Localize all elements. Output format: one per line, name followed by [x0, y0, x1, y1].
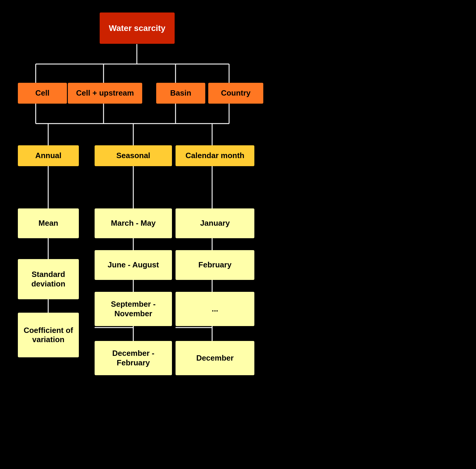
water-scarcity-node: Water scarcity — [100, 13, 175, 44]
std-dev-node[interactable]: Standard deviation — [18, 259, 79, 299]
country-node[interactable]: Country — [208, 83, 263, 104]
dec-feb-node[interactable]: December - February — [95, 341, 172, 375]
january-node[interactable]: January — [176, 208, 254, 238]
basin-node[interactable]: Basin — [156, 83, 205, 104]
cell-upstream-node[interactable]: Cell + upstream — [68, 83, 142, 104]
march-may-node[interactable]: March - May — [95, 208, 172, 238]
seasonal-node[interactable]: Seasonal — [95, 145, 172, 166]
mean-node[interactable]: Mean — [18, 208, 79, 238]
coeff-var-node[interactable]: Coefficient of variation — [18, 313, 79, 357]
cell-node[interactable]: Cell — [18, 83, 67, 104]
diagram-container: Water scarcity Cell Cell + upstream Basi… — [0, 0, 327, 469]
june-aug-node[interactable]: June - August — [95, 250, 172, 280]
february-node[interactable]: February — [176, 250, 254, 280]
calendar-month-node[interactable]: Calendar month — [176, 145, 254, 166]
december-node[interactable]: December — [176, 341, 254, 375]
annual-node[interactable]: Annual — [18, 145, 79, 166]
sep-nov-node[interactable]: September - November — [95, 292, 172, 326]
ellipsis-node[interactable]: ... — [176, 292, 254, 326]
